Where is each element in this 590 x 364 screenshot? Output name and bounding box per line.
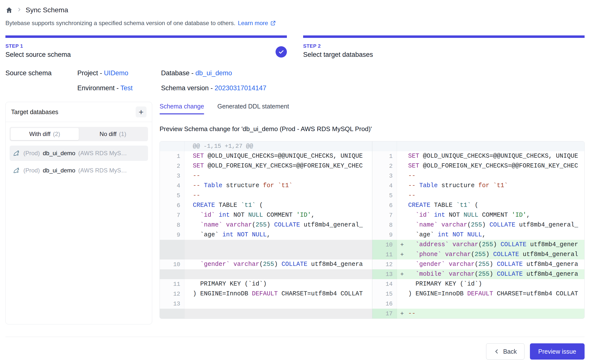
chevron-right-icon (17, 7, 22, 13)
database-link[interactable]: db_ui_demo (196, 69, 232, 77)
line-number: 10 (160, 259, 184, 269)
tab-generated-ddl[interactable]: Generated DDL statement (217, 103, 289, 114)
diff-row-old-8: 8 `name` varchar(255) COLLATE utf8mb4_ge… (160, 220, 372, 230)
code-line: CREATE TABLE `t1` ( (408, 200, 585, 210)
environment-field-label: Environment - (77, 84, 120, 92)
line-number (160, 141, 184, 151)
source-schema-version: Schema version - 20230317014147 (161, 84, 585, 92)
diff-row-old-3: 3-- (160, 171, 372, 181)
line-number (160, 240, 184, 250)
home-icon[interactable] (5, 6, 13, 14)
step-1: STEP 1 Select source schema (5, 35, 287, 59)
preview-issue-button[interactable]: Preview issue (530, 343, 585, 360)
code-line (184, 240, 372, 250)
diff-row-new-8: 8 `name` varchar(255) COLLATE utf8mb4_ge… (372, 220, 585, 230)
db-instance: (AWS RDS MyS… (78, 167, 127, 174)
target-databases-panel: Target databases + With diff (2) No diff… (5, 102, 152, 324)
diff-filter-segmented-control: With diff (2) No diff (1) (10, 127, 148, 141)
step-1-label: STEP 1 (5, 43, 287, 49)
schema-version-link[interactable]: 20230317014147 (215, 84, 266, 92)
diff-add-marker (397, 289, 408, 299)
diff-row-new-11: 11+ `phone` varchar(255) COLLATE utf8mb4… (372, 250, 585, 259)
diff-row-new-2: 2SET @OLD_FOREIGN_KEY_CHECKS=@@FOREIGN_K… (372, 161, 585, 171)
learn-more-link[interactable]: Learn more (238, 20, 276, 27)
diff-row-new-3: 3-- (372, 171, 585, 181)
step-1-title: Select source schema (5, 51, 287, 59)
line-number: 17 (372, 309, 397, 318)
diff-row-new (372, 141, 585, 151)
code-line: -- Table structure for `t1` (408, 181, 585, 191)
diff-row-old-1: 1SET @OLD_UNIQUE_CHECKS=@@UNIQUE_CHECKS,… (160, 151, 372, 161)
diff-add-marker (397, 141, 408, 151)
diff-row-new-4: 4-- Table structure for `t1` (372, 181, 585, 191)
page-title: Sync Schema (26, 6, 68, 14)
code-line (408, 141, 585, 151)
code-line: -- Table structure for `t1` (184, 181, 372, 191)
project-link[interactable]: UIDemo (104, 69, 128, 77)
schema-diff-view: @@ -1,15 +1,27 @@1SET @OLD_UNIQUE_CHECKS… (160, 141, 585, 319)
diff-row-old-7: 7 `id` int NOT NULL COMMENT 'ID', (160, 210, 372, 220)
diff-row-old-13: 13 (160, 299, 372, 309)
diff-row-new-17: 17+-- (372, 309, 585, 318)
diff-add-marker (397, 181, 408, 191)
tab-with-diff[interactable]: With diff (2) (11, 128, 79, 140)
footer-actions: Back Preview issue (5, 337, 585, 364)
diff-add-marker (397, 191, 408, 200)
diff-add-marker (397, 161, 408, 171)
no-diff-count: (1) (119, 131, 126, 137)
diff-row-old-10: 10 `gender` varchar(255) COLLATE utf8mb4… (160, 259, 372, 269)
tab-schema-change[interactable]: Schema change (160, 103, 204, 114)
source-schema-summary: Source schema Project - UIDemo Database … (5, 69, 585, 92)
code-line: PRIMARY KEY (`id`) (408, 279, 585, 289)
line-number: 7 (160, 210, 184, 220)
schema-preview-section: Schema change Generated DDL statement Pr… (160, 102, 585, 319)
db-environment: (Prod) (23, 150, 40, 157)
mysql-icon (13, 167, 20, 174)
diff-row-old-2: 2SET @OLD_FOREIGN_KEY_CHECKS=@@FOREIGN_K… (160, 161, 372, 171)
target-databases-header: Target databases + (6, 102, 152, 122)
learn-more-label: Learn more (238, 20, 268, 27)
line-number: 2 (372, 161, 397, 171)
diff-add-marker (397, 299, 408, 309)
code-line: `age` int NOT NULL, (184, 230, 372, 240)
line-number: 4 (160, 181, 184, 191)
line-number: 9 (372, 230, 397, 240)
db-environment: (Prod) (23, 167, 40, 174)
diff-add-marker (397, 171, 408, 181)
line-number (160, 250, 184, 259)
line-number: 11 (160, 279, 184, 289)
target-database-item-2[interactable]: (Prod) db_ui_demo (AWS RDS MyS… (10, 163, 148, 178)
tab-no-diff[interactable]: No diff (1) (79, 128, 147, 140)
line-number: 16 (372, 299, 397, 309)
step-2: STEP 2 Select target databases (303, 35, 585, 59)
db-instance: (AWS RDS MyS… (78, 150, 127, 157)
code-line: `mobile` varchar(255) COLLATE utf8mb4_ge… (408, 269, 585, 279)
line-number: 2 (160, 161, 184, 171)
diff-add-marker: + (397, 269, 408, 279)
diff-row-new-1: 1SET @OLD_UNIQUE_CHECKS=@@UNIQUE_CHECKS,… (372, 151, 585, 161)
target-database-item-1[interactable]: (Prod) db_ui_demo (AWS RDS MyS… (10, 146, 148, 161)
external-link-icon (270, 20, 276, 26)
code-line: SET @OLD_UNIQUE_CHECKS=@@UNIQUE_CHECKS, … (184, 151, 372, 161)
step-2-label: STEP 2 (303, 43, 585, 49)
diff-add-marker (397, 151, 408, 161)
description-text: Bytebase supports synchronizing a specif… (5, 20, 235, 27)
diff-add-marker (397, 259, 408, 269)
line-number (372, 141, 397, 151)
environment-link[interactable]: Test (120, 84, 133, 92)
line-number: 6 (160, 200, 184, 210)
diff-pane-old: @@ -1,15 +1,27 @@1SET @OLD_UNIQUE_CHECKS… (160, 141, 372, 318)
back-button[interactable]: Back (486, 343, 524, 360)
line-number (160, 309, 184, 318)
code-line: PRIMARY KEY (`id`) (184, 279, 372, 289)
code-line: SET @OLD_UNIQUE_CHECKS=@@UNIQUE_CHECKS, … (408, 151, 585, 161)
line-number: 14 (372, 279, 397, 289)
add-target-database-button[interactable]: + (136, 106, 147, 117)
line-number: 11 (372, 250, 397, 259)
sync-schema-page: Sync Schema Bytebase supports synchroniz… (0, 0, 590, 364)
line-number: 3 (372, 171, 397, 181)
line-number: 4 (372, 181, 397, 191)
with-diff-label: With diff (29, 131, 50, 137)
diff-row-old (160, 250, 372, 259)
code-line: -- (184, 171, 372, 181)
